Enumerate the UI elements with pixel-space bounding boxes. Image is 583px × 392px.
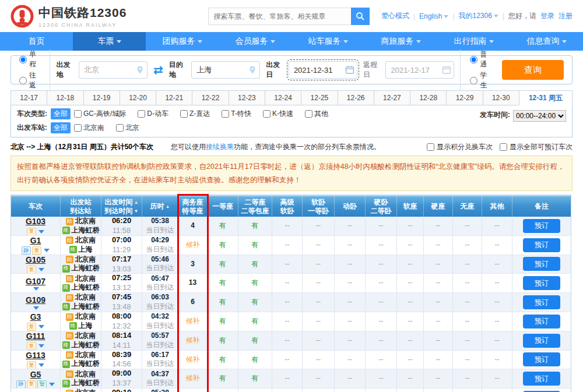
train-number-link[interactable]: G111: [26, 331, 45, 342]
seat-cell[interactable]: 有: [208, 255, 238, 274]
seat-cell[interactable]: 候补: [178, 312, 208, 331]
seat-cell[interactable]: 有: [238, 369, 272, 388]
col-header-一等座[interactable]: 一等座: [208, 196, 238, 217]
col-header-动卧[interactable]: 动卧: [335, 196, 366, 217]
expand-row-icon[interactable]: [38, 363, 44, 367]
col-header-硬卧[interactable]: 硬卧二等卧: [366, 196, 397, 217]
trip-round-radio[interactable]: 往返: [19, 70, 43, 90]
nav-item-会员服务[interactable]: 会员服务: [219, 32, 292, 51]
book-button[interactable]: 预订: [523, 276, 560, 290]
book-button[interactable]: 预订: [523, 238, 560, 252]
seat-cell[interactable]: 候补: [178, 331, 208, 350]
expand-row-icon[interactable]: [38, 344, 44, 348]
train-type-option-D-动车[interactable]: D-动车: [138, 109, 168, 119]
seat-cell[interactable]: 有: [238, 236, 272, 255]
seat-cell[interactable]: 候补: [178, 236, 208, 255]
col-header-车次[interactable]: 车次: [11, 196, 61, 217]
search-button[interactable]: [351, 8, 370, 25]
seat-cell[interactable]: 有: [208, 351, 238, 369]
nav-item-站车服务[interactable]: 站车服务: [292, 32, 364, 51]
date-tab-12-29[interactable]: 12-29: [446, 90, 482, 105]
seat-cell[interactable]: 候补: [178, 351, 208, 369]
date-tab-12-28[interactable]: 12-28: [410, 90, 446, 105]
logo[interactable]: 中国铁路12306 12306 CHINA RAILWAY: [10, 5, 127, 28]
book-button[interactable]: 预订: [523, 352, 560, 366]
date-tab-12-26[interactable]: 12-26: [338, 90, 374, 105]
train-number-link[interactable]: G109: [26, 295, 45, 305]
col-header-软卧[interactable]: 软卧一等卧: [303, 196, 335, 217]
date-tab-12-27[interactable]: 12-27: [374, 90, 410, 105]
my12306-link[interactable]: 我的12306: [459, 11, 498, 21]
col-header-历时[interactable]: 历时▲: [142, 196, 178, 217]
seat-cell[interactable]: 有: [238, 331, 272, 350]
depart-station-option-checkbox[interactable]: [74, 124, 82, 132]
date-tab-12-20[interactable]: 12-20: [120, 90, 156, 105]
train-number-link[interactable]: G113: [26, 351, 45, 361]
seat-cell[interactable]: 6: [178, 293, 208, 312]
depart-station-all-badge[interactable]: 全部: [51, 122, 71, 133]
trip-single-radio[interactable]: 单程: [19, 50, 43, 69]
book-button[interactable]: 预订: [523, 219, 560, 233]
seat-cell[interactable]: 有: [238, 217, 272, 235]
expand-row-icon[interactable]: [33, 306, 39, 310]
date-tab-12-17[interactable]: 12-17: [10, 90, 47, 105]
depart-station-option-checkbox[interactable]: [116, 124, 124, 132]
type-student-radio[interactable]: 学生: [470, 70, 493, 90]
seat-cell[interactable]: 候补: [208, 389, 238, 392]
date-tab-12-25[interactable]: 12-25: [301, 90, 337, 105]
train-number-link[interactable]: G107: [26, 276, 45, 287]
date-tab-12-19[interactable]: 12-19: [83, 90, 120, 105]
nav-item-团购服务[interactable]: 团购服务: [146, 32, 219, 51]
col-header-硬座[interactable]: 硬座: [424, 196, 453, 217]
seat-cell[interactable]: 有: [238, 274, 272, 292]
login-link[interactable]: 登录: [540, 11, 554, 21]
show-points-trains-checkbox[interactable]: 显示积分兑换车次: [427, 142, 493, 152]
seat-cell[interactable]: 有: [208, 331, 238, 350]
book-button[interactable]: 预订: [523, 334, 560, 348]
expand-row-icon[interactable]: [33, 287, 39, 291]
train-type-option-checkbox[interactable]: [305, 110, 312, 118]
seat-cell[interactable]: 13: [178, 274, 208, 292]
train-number-link[interactable]: G3: [30, 312, 41, 323]
care-mode-link[interactable]: 爱心模式: [381, 11, 409, 21]
seat-cell[interactable]: 有: [208, 293, 238, 312]
expand-row-icon[interactable]: [44, 249, 50, 252]
search-input[interactable]: [208, 8, 351, 25]
seat-cell[interactable]: 有: [208, 236, 238, 255]
train-number-link[interactable]: G1: [30, 236, 41, 246]
type-normal-radio[interactable]: 普通: [470, 50, 493, 69]
nav-item-信息查询[interactable]: 信息查询: [510, 32, 583, 51]
seat-cell[interactable]: 候补: [178, 369, 208, 388]
expand-row-icon[interactable]: [49, 383, 55, 386]
nav-item-首页[interactable]: 首页: [0, 32, 73, 51]
train-type-option-checkbox[interactable]: [180, 110, 188, 118]
sort-up-icon[interactable]: ▲: [166, 204, 170, 210]
seat-cell[interactable]: 4: [178, 217, 208, 235]
date-tab-12-21[interactable]: 12-21: [156, 90, 192, 105]
train-type-option-checkbox[interactable]: [138, 110, 145, 118]
train-type-option-checkbox[interactable]: [222, 110, 229, 118]
train-type-option-其他[interactable]: 其他: [305, 109, 328, 119]
seat-cell[interactable]: 有: [238, 312, 272, 331]
book-button[interactable]: 预订: [523, 295, 560, 309]
seat-cell[interactable]: 有: [238, 351, 272, 369]
english-link[interactable]: English: [419, 12, 448, 20]
col-header-出发站[interactable]: 出发站到达站: [61, 196, 101, 217]
transfer-link[interactable]: 接续换乘: [206, 143, 234, 151]
sort-down-icon[interactable]: ▼: [134, 209, 139, 214]
query-button[interactable]: 查询: [502, 60, 564, 80]
nav-item-车票[interactable]: 车票: [73, 32, 146, 51]
col-header-无座[interactable]: 无座: [453, 196, 482, 217]
col-header-软座[interactable]: 软座: [397, 196, 424, 217]
seat-cell[interactable]: 有: [208, 369, 238, 388]
seat-cell[interactable]: 有: [238, 255, 272, 274]
seat-cell[interactable]: 候补: [178, 389, 208, 392]
expand-row-icon[interactable]: [38, 325, 44, 329]
train-type-option-K-快速[interactable]: K-快速: [263, 109, 293, 119]
book-button[interactable]: 预订: [523, 257, 560, 271]
train-type-option-T-特快[interactable]: T-特快: [222, 109, 251, 119]
depart-station-option-北京南[interactable]: 北京南: [74, 123, 104, 133]
col-header-商务座[interactable]: 商务座特等座: [178, 196, 208, 217]
date-tab-12-18[interactable]: 12-18: [47, 90, 83, 105]
date-tab-12-30[interactable]: 12-30: [483, 90, 519, 105]
